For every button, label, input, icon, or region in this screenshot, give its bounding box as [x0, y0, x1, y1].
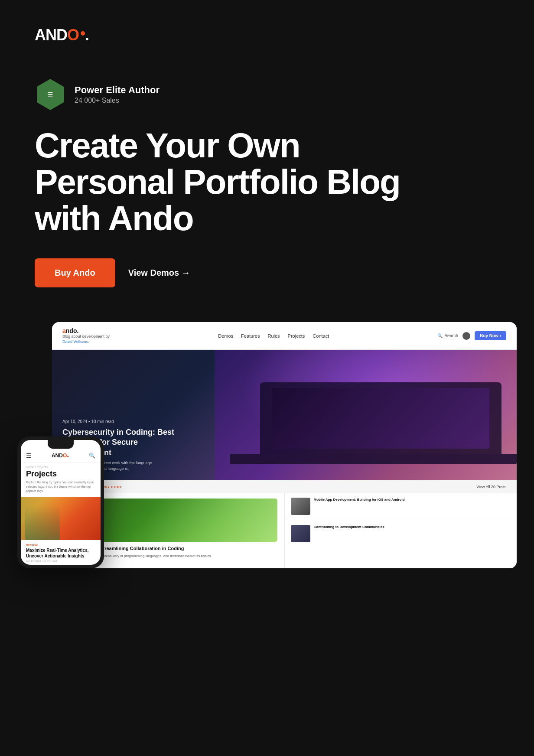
logo-period: . [85, 26, 89, 44]
demo-post-small-2: Contributing to Development Communities [285, 521, 517, 547]
demo-nav-links: Demos Features Rules Projects Contact [218, 333, 329, 339]
phone-search-icon[interactable]: 🔍 [89, 453, 95, 459]
badge-text: Power Elite Author 24 000+ Sales [75, 85, 160, 104]
nav-link-demos[interactable]: Demos [218, 333, 233, 339]
post-divider [285, 520, 517, 520]
demo-post-small-image-1 [291, 498, 310, 515]
phone-post-tag: DESIGN [21, 540, 101, 547]
demo-posts-grid: Control Systems: Streamlining Collaborat… [52, 493, 517, 568]
demo-hero-meta: Apr 10, 2024 • 10 min read [62, 419, 175, 424]
phone-post-title: Maximize Real-Time Analytics, Uncover Ac… [21, 547, 101, 560]
demo-logo-accent: a [62, 327, 66, 334]
logo-text: AND [35, 26, 67, 44]
demo-post-small-content-1: Mobile App Development: Building for iOS… [314, 498, 511, 502]
demo-view-all-button[interactable]: View All 20 Posts [476, 485, 506, 489]
hero-section: AND O . ≡ Power Elite Author 24 000+ Sal… [0, 0, 534, 322]
demo-small-img-gradient-2 [291, 525, 310, 542]
demo-logo-sub: Blog about development by David Williams… [62, 334, 110, 344]
demo-laptop-base [230, 454, 517, 464]
logo-o: O [67, 26, 79, 44]
demo-post-small-title-2: Contributing to Development Communities [314, 525, 511, 529]
demo-nav: ando. Blog about development by David Wi… [52, 322, 517, 350]
view-demos-button[interactable]: View Demos → [128, 268, 190, 278]
phone-notch [48, 440, 74, 449]
phone-page-title: Projects [21, 469, 101, 480]
badge-icon-symbol: ≡ [48, 89, 53, 100]
demo-buy-button[interactable]: Buy Now › [475, 331, 506, 340]
dark-mode-toggle[interactable] [462, 332, 470, 340]
hamburger-icon[interactable]: ☰ [26, 452, 32, 459]
phone-post-image [21, 497, 101, 540]
phone-breadcrumb: Home / Projects [21, 463, 101, 469]
badge-row: ≡ Power Elite Author 24 000+ Sales [35, 79, 499, 110]
demo-post-small-title-1: Mobile App Development: Building for iOS… [314, 498, 511, 502]
phone-nav: ☰ ANDO● 🔍 [21, 449, 101, 463]
phone-logo-dot-icon: O [63, 453, 67, 459]
demo-small-img-gradient-1 [291, 498, 310, 515]
demo-hero-image: Apr 10, 2024 • 10 min read Cybersecurity… [52, 350, 517, 480]
nav-link-rules[interactable]: Rules [267, 333, 280, 339]
demo-post-right: Mobile App Development: Building for iOS… [285, 493, 517, 568]
badge-title: Power Elite Author [75, 85, 160, 96]
demo-posts-header: ♦ RULES FOR WRITING CODE View All 20 Pos… [52, 480, 517, 493]
preview-section: ☰ ANDO● 🔍 Home / Projects Projects Explo… [0, 322, 534, 594]
demo-logo: ando. Blog about development by David Wi… [62, 327, 110, 344]
demo-hero-laptop-bg [215, 350, 517, 480]
logo: AND O . [35, 26, 499, 44]
logo-dot-icon [81, 31, 85, 36]
demo-post-small-image-2 [291, 525, 310, 542]
badge-subtitle: 24 000+ Sales [75, 97, 160, 104]
demo-laptop-display [272, 388, 490, 449]
logo-area: AND O . [35, 26, 499, 44]
demo-laptop-screen [260, 382, 501, 454]
demo-nav-actions: 🔍 Search Buy Now › [437, 331, 506, 340]
nav-link-projects[interactable]: Projects [288, 333, 305, 339]
demo-logo-rest: ndo. [66, 327, 79, 334]
demo-search-button[interactable]: 🔍 Search [437, 333, 458, 338]
power-elite-badge-icon: ≡ [35, 79, 66, 110]
demo-post-small-content-2: Contributing to Development Communities [314, 525, 511, 529]
phone-page-desc: Explore the blog by topics. You can manu… [21, 480, 101, 496]
nav-link-features[interactable]: Features [241, 333, 260, 339]
desktop-preview: ando. Blog about development by David Wi… [52, 322, 517, 568]
demo-logo-author: David Williams. [62, 339, 89, 344]
phone-mockup: ☰ ANDO● 🔍 Home / Projects Projects Explo… [17, 437, 104, 568]
buy-button[interactable]: Buy Ando [35, 258, 115, 287]
phone-logo: ANDO● [52, 453, 69, 459]
phone-logo-period: ● [67, 454, 69, 458]
phone-screen: ☰ ANDO● 🔍 Home / Projects Projects Explo… [21, 440, 101, 564]
phone-post-meta: Apr 10, 2024 • 10 min read [21, 560, 101, 565]
nav-link-contact[interactable]: Contact [313, 333, 329, 339]
hero-headline: Create Your Own Personal Portfolio Blog … [35, 127, 499, 237]
demo-logo-text: ando. [62, 327, 110, 334]
cta-row: Buy Ando View Demos → [35, 258, 499, 287]
demo-post-small-1: Mobile App Development: Building for iOS… [285, 493, 517, 519]
phone-image-overlay [25, 505, 60, 540]
